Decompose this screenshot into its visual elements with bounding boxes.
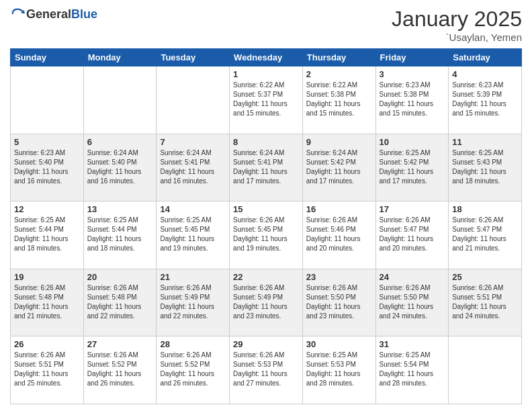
col-thursday: Thursday <box>302 49 375 66</box>
day-number: 18 <box>452 204 518 214</box>
col-monday: Monday <box>83 49 157 66</box>
table-row: 5Sunrise: 6:23 AM Sunset: 5:40 PM Daylig… <box>11 134 84 201</box>
table-row: 11Sunrise: 6:25 AM Sunset: 5:43 PM Dayli… <box>449 134 522 201</box>
table-row: 21Sunrise: 6:26 AM Sunset: 5:49 PM Dayli… <box>157 269 230 336</box>
table-row: 2Sunrise: 6:22 AM Sunset: 5:38 PM Daylig… <box>302 66 375 134</box>
day-number: 3 <box>380 69 445 79</box>
table-row <box>449 336 522 404</box>
day-number: 10 <box>380 137 445 147</box>
calendar-header-row: Sunday Monday Tuesday Wednesday Thursday… <box>11 49 522 66</box>
table-row <box>83 66 157 134</box>
day-info: Sunrise: 6:25 AM Sunset: 5:54 PM Dayligh… <box>380 351 445 388</box>
day-info: Sunrise: 6:24 AM Sunset: 5:40 PM Dayligh… <box>87 148 153 186</box>
calendar-week-row: 5Sunrise: 6:23 AM Sunset: 5:40 PM Daylig… <box>11 134 522 201</box>
day-number: 11 <box>452 137 518 147</box>
table-row: 19Sunrise: 6:26 AM Sunset: 5:48 PM Dayli… <box>11 269 84 336</box>
day-info: Sunrise: 6:26 AM Sunset: 5:52 PM Dayligh… <box>160 351 226 388</box>
calendar-table: Sunday Monday Tuesday Wednesday Thursday… <box>10 48 522 404</box>
calendar-week-row: 19Sunrise: 6:26 AM Sunset: 5:48 PM Dayli… <box>11 269 522 336</box>
calendar-week-row: 1Sunrise: 6:22 AM Sunset: 5:37 PM Daylig… <box>11 66 522 134</box>
day-info: Sunrise: 6:26 AM Sunset: 5:53 PM Dayligh… <box>233 351 299 388</box>
day-number: 23 <box>306 272 372 282</box>
table-row: 13Sunrise: 6:25 AM Sunset: 5:44 PM Dayli… <box>83 201 157 269</box>
table-row: 25Sunrise: 6:26 AM Sunset: 5:51 PM Dayli… <box>449 269 522 336</box>
day-info: Sunrise: 6:26 AM Sunset: 5:50 PM Dayligh… <box>306 283 372 321</box>
table-row: 30Sunrise: 6:25 AM Sunset: 5:53 PM Dayli… <box>302 336 375 404</box>
day-info: Sunrise: 6:24 AM Sunset: 5:41 PM Dayligh… <box>160 148 226 186</box>
day-number: 31 <box>380 339 445 349</box>
month-title: January 2025 <box>392 7 522 32</box>
day-info: Sunrise: 6:22 AM Sunset: 5:38 PM Dayligh… <box>306 81 372 118</box>
calendar-week-row: 12Sunrise: 6:25 AM Sunset: 5:44 PM Dayli… <box>11 201 522 269</box>
table-row: 24Sunrise: 6:26 AM Sunset: 5:50 PM Dayli… <box>375 269 449 336</box>
logo: GeneralBlue <box>10 7 97 21</box>
table-row <box>11 66 84 134</box>
day-number: 27 <box>87 339 153 349</box>
table-row: 20Sunrise: 6:26 AM Sunset: 5:48 PM Dayli… <box>83 269 157 336</box>
day-info: Sunrise: 6:26 AM Sunset: 5:50 PM Dayligh… <box>380 283 445 321</box>
day-number: 22 <box>233 272 299 282</box>
day-number: 7 <box>160 137 226 147</box>
logo-text-blue: Blue <box>71 7 97 21</box>
table-row: 15Sunrise: 6:26 AM Sunset: 5:45 PM Dayli… <box>230 201 303 269</box>
table-row: 9Sunrise: 6:24 AM Sunset: 5:42 PM Daylig… <box>302 134 375 201</box>
table-row: 14Sunrise: 6:25 AM Sunset: 5:45 PM Dayli… <box>157 201 230 269</box>
day-info: Sunrise: 6:26 AM Sunset: 5:51 PM Dayligh… <box>14 351 80 388</box>
day-info: Sunrise: 6:25 AM Sunset: 5:43 PM Dayligh… <box>452 148 518 186</box>
logo-icon <box>10 7 25 21</box>
col-friday: Friday <box>375 49 449 66</box>
day-number: 4 <box>452 69 518 79</box>
table-row: 22Sunrise: 6:26 AM Sunset: 5:49 PM Dayli… <box>230 269 303 336</box>
table-row: 16Sunrise: 6:26 AM Sunset: 5:46 PM Dayli… <box>302 201 375 269</box>
day-info: Sunrise: 6:25 AM Sunset: 5:44 PM Dayligh… <box>87 216 153 253</box>
day-number: 12 <box>14 204 80 214</box>
table-row: 26Sunrise: 6:26 AM Sunset: 5:51 PM Dayli… <box>11 336 84 404</box>
day-info: Sunrise: 6:26 AM Sunset: 5:47 PM Dayligh… <box>452 216 518 253</box>
page: GeneralBlue January 2025 `Usaylan, Yemen… <box>0 0 532 411</box>
day-number: 19 <box>14 272 80 282</box>
day-info: Sunrise: 6:25 AM Sunset: 5:42 PM Dayligh… <box>380 148 445 186</box>
day-info: Sunrise: 6:26 AM Sunset: 5:47 PM Dayligh… <box>380 216 445 253</box>
title-block: January 2025 `Usaylan, Yemen <box>392 7 522 43</box>
table-row: 4Sunrise: 6:23 AM Sunset: 5:39 PM Daylig… <box>449 66 522 134</box>
day-number: 30 <box>306 339 372 349</box>
day-number: 2 <box>306 69 372 79</box>
day-number: 1 <box>233 69 299 79</box>
day-number: 8 <box>233 137 299 147</box>
location-title: `Usaylan, Yemen <box>392 32 522 43</box>
table-row: 10Sunrise: 6:25 AM Sunset: 5:42 PM Dayli… <box>375 134 449 201</box>
table-row: 1Sunrise: 6:22 AM Sunset: 5:37 PM Daylig… <box>230 66 303 134</box>
table-row: 18Sunrise: 6:26 AM Sunset: 5:47 PM Dayli… <box>449 201 522 269</box>
table-row: 8Sunrise: 6:24 AM Sunset: 5:41 PM Daylig… <box>230 134 303 201</box>
table-row: 27Sunrise: 6:26 AM Sunset: 5:52 PM Dayli… <box>83 336 157 404</box>
table-row <box>157 66 230 134</box>
day-number: 21 <box>160 272 226 282</box>
day-info: Sunrise: 6:26 AM Sunset: 5:49 PM Dayligh… <box>160 283 226 321</box>
day-number: 15 <box>233 204 299 214</box>
table-row: 12Sunrise: 6:25 AM Sunset: 5:44 PM Dayli… <box>11 201 84 269</box>
day-number: 14 <box>160 204 226 214</box>
day-info: Sunrise: 6:25 AM Sunset: 5:44 PM Dayligh… <box>14 216 80 253</box>
day-number: 13 <box>87 204 153 214</box>
day-info: Sunrise: 6:23 AM Sunset: 5:39 PM Dayligh… <box>452 81 518 118</box>
day-number: 26 <box>14 339 80 349</box>
day-info: Sunrise: 6:24 AM Sunset: 5:41 PM Dayligh… <box>233 148 299 186</box>
day-info: Sunrise: 6:26 AM Sunset: 5:51 PM Dayligh… <box>452 283 518 321</box>
table-row: 23Sunrise: 6:26 AM Sunset: 5:50 PM Dayli… <box>302 269 375 336</box>
col-saturday: Saturday <box>449 49 522 66</box>
col-tuesday: Tuesday <box>157 49 230 66</box>
day-number: 24 <box>380 272 445 282</box>
day-info: Sunrise: 6:23 AM Sunset: 5:38 PM Dayligh… <box>380 81 445 118</box>
day-info: Sunrise: 6:25 AM Sunset: 5:53 PM Dayligh… <box>306 351 372 388</box>
col-sunday: Sunday <box>11 49 84 66</box>
table-row: 17Sunrise: 6:26 AM Sunset: 5:47 PM Dayli… <box>375 201 449 269</box>
day-info: Sunrise: 6:26 AM Sunset: 5:52 PM Dayligh… <box>87 351 153 388</box>
day-number: 17 <box>380 204 445 214</box>
day-info: Sunrise: 6:26 AM Sunset: 5:48 PM Dayligh… <box>87 283 153 321</box>
table-row: 28Sunrise: 6:26 AM Sunset: 5:52 PM Dayli… <box>157 336 230 404</box>
day-number: 20 <box>87 272 153 282</box>
logo-text-general: General <box>26 7 71 21</box>
day-info: Sunrise: 6:25 AM Sunset: 5:45 PM Dayligh… <box>160 216 226 253</box>
header: GeneralBlue January 2025 `Usaylan, Yemen <box>10 7 522 43</box>
day-info: Sunrise: 6:23 AM Sunset: 5:40 PM Dayligh… <box>14 148 80 186</box>
